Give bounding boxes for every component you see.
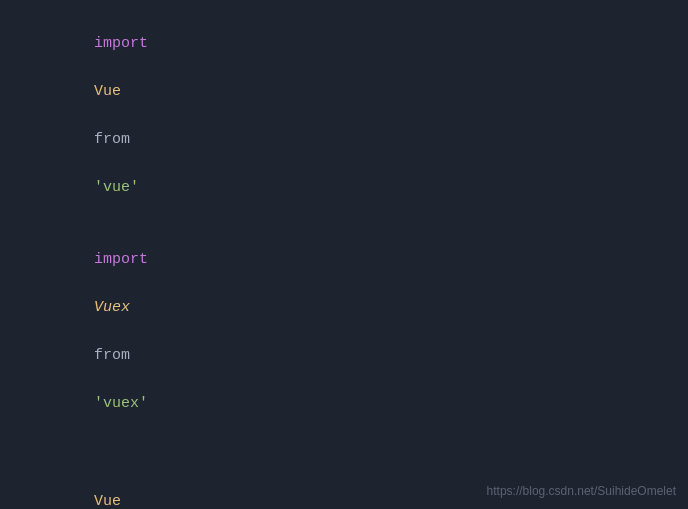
space	[94, 155, 103, 172]
fold-icon-2	[16, 326, 28, 338]
line-content-4: Vue . use ( Vuex )	[32, 466, 130, 509]
code-editor: import Vue from 'vue' import Vuex from '…	[0, 0, 688, 509]
line-content-2: import Vuex from 'vuex'	[32, 224, 148, 440]
keyword-from-2: from	[94, 347, 130, 364]
keyword-from: from	[94, 131, 130, 148]
gutter-2	[12, 326, 32, 338]
class-vuex: Vuex	[94, 299, 130, 316]
code-line-2: import Vuex from 'vuex'	[0, 224, 688, 440]
space	[94, 275, 103, 292]
keyword-import-2: import	[94, 251, 148, 268]
watermark: https://blog.csdn.net/SuihideOmelet	[487, 482, 676, 501]
string-vue: 'vue'	[94, 179, 139, 196]
line-content-1: import Vue from 'vue'	[32, 8, 148, 224]
fold-icon-1	[16, 110, 28, 122]
keyword-import: import	[94, 35, 148, 52]
space	[94, 371, 103, 388]
vue-ref: Vue	[94, 493, 121, 509]
code-line-1: import Vue from 'vue'	[0, 8, 688, 224]
class-vue: Vue	[94, 83, 121, 100]
space	[94, 59, 103, 76]
code-line-3	[0, 440, 688, 466]
space	[94, 323, 103, 340]
space	[94, 107, 103, 124]
gutter-1	[12, 110, 32, 122]
string-vuex: 'vuex'	[94, 395, 148, 412]
